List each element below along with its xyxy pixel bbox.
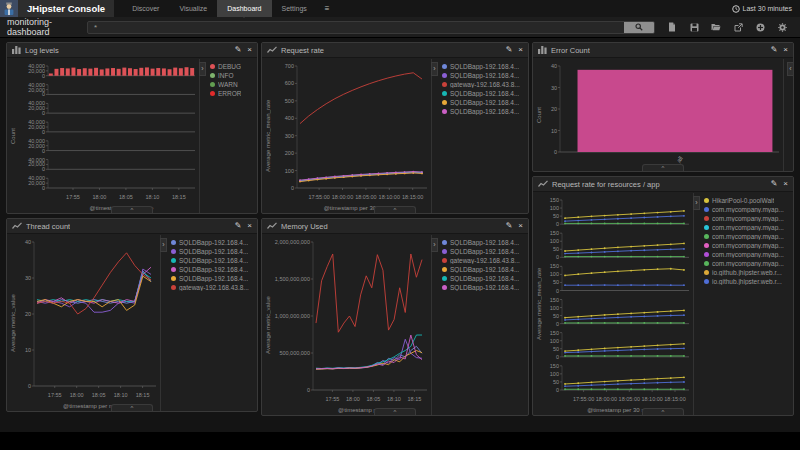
legend-color-dot: [442, 109, 447, 114]
edit-panel-icon[interactable]: ✎: [506, 222, 513, 230]
svg-text:150: 150: [550, 197, 559, 203]
svg-text:18:05:00: 18:05:00: [355, 194, 376, 200]
save-dashboard-icon[interactable]: [689, 22, 699, 32]
close-panel-icon[interactable]: ×: [247, 222, 252, 230]
legend-item[interactable]: com.mycompany.myap...: [704, 224, 791, 231]
legend-item[interactable]: DEBUG: [210, 63, 255, 70]
legend-item[interactable]: gateway-192.168.43.8...: [171, 284, 255, 291]
svg-text:100: 100: [550, 338, 559, 344]
legend-toggle-icon[interactable]: ›: [431, 238, 438, 252]
nav-visualize[interactable]: Visualize: [169, 0, 217, 17]
collapse-panel-button[interactable]: ^: [111, 206, 153, 213]
legend-item[interactable]: SQLDBapp-192.168.4...: [171, 239, 255, 246]
edit-panel-icon[interactable]: ✎: [771, 180, 778, 188]
legend-item[interactable]: SQLDBapp-192.168.4...: [171, 266, 255, 273]
legend-item[interactable]: io.github.jhipster.web.r...: [704, 269, 791, 276]
edit-panel-icon[interactable]: ✎: [235, 222, 242, 230]
search-button[interactable]: [624, 22, 654, 33]
share-icon[interactable]: [733, 22, 743, 32]
svg-text:20: 20: [551, 106, 557, 112]
svg-text:0: 0: [556, 254, 559, 260]
legend-item[interactable]: SQLDBapp-192.168.4...: [442, 239, 526, 246]
collapse-panel-button[interactable]: ^: [374, 206, 416, 213]
panel-header[interactable]: Thread count ✎×: [7, 219, 257, 234]
svg-text:150: 150: [550, 363, 559, 369]
legend-toggle-icon[interactable]: ›: [199, 62, 206, 76]
legend-label: SQLDBapp-192.168.4...: [450, 99, 519, 106]
menu-icon[interactable]: ≡: [317, 0, 338, 17]
legend-item[interactable]: SQLDBapp-192.168.4...: [442, 72, 526, 79]
panel-header[interactable]: Request rate ✎×: [262, 43, 528, 58]
legend-item[interactable]: com.mycompany.myap...: [704, 215, 791, 222]
query-input[interactable]: [88, 22, 624, 33]
time-picker[interactable]: Last 30 minutes: [732, 0, 800, 17]
close-panel-icon[interactable]: ×: [783, 46, 788, 54]
legend-color-dot: [442, 285, 447, 290]
nav-settings[interactable]: Settings: [272, 0, 317, 17]
legend-item[interactable]: SQLDBapp-192.168.4...: [171, 257, 255, 264]
legend-item[interactable]: SQLDBapp-192.168.4...: [171, 248, 255, 255]
legend-items: SQLDBapp-192.168.4...SQLDBapp-192.168.4.…: [161, 235, 257, 291]
close-panel-icon[interactable]: ×: [783, 180, 788, 188]
add-visualization-icon[interactable]: [755, 22, 765, 32]
legend-toggle-icon[interactable]: ‹: [787, 62, 793, 76]
close-panel-icon[interactable]: ×: [518, 222, 523, 230]
legend: › SQLDBapp-192.168.4...SQLDBapp-192.168.…: [431, 59, 528, 213]
new-dashboard-icon[interactable]: [667, 22, 677, 32]
panel-header[interactable]: Memory Used ✎×: [262, 219, 528, 234]
edit-panel-icon[interactable]: ✎: [506, 46, 513, 54]
legend-item[interactable]: SQLDBapp-192.168.4...: [442, 99, 526, 106]
nav-dashboard[interactable]: Dashboard: [217, 0, 271, 17]
legend-item[interactable]: gateway-192.168.43.8...: [442, 257, 526, 264]
open-folder-icon[interactable]: [711, 22, 721, 32]
legend-item[interactable]: com.mycompany.myap...: [704, 251, 791, 258]
options-gear-icon[interactable]: [777, 22, 787, 32]
legend-toggle-icon[interactable]: ›: [431, 62, 438, 76]
svg-text:0: 0: [42, 110, 45, 116]
legend-item[interactable]: SQLDBapp-192.168.4...: [442, 108, 526, 115]
legend-item[interactable]: SQLDBapp-192.168.4...: [171, 275, 255, 282]
edit-panel-icon[interactable]: ✎: [771, 46, 778, 54]
legend-toggle-icon[interactable]: ›: [693, 196, 700, 210]
svg-text:18:00: 18:00: [93, 194, 107, 200]
svg-text:0: 0: [554, 149, 557, 155]
panel-header[interactable]: Request rate for resources / app ✎×: [533, 177, 793, 192]
brand[interactable]: JHipster Console: [0, 0, 114, 17]
legend-item[interactable]: SQLDBapp-192.168.4...: [442, 90, 526, 97]
clock-icon: [732, 5, 740, 13]
legend-item[interactable]: SQLDBapp-192.168.4...: [442, 266, 526, 273]
collapse-panel-button[interactable]: ^: [111, 404, 153, 411]
legend-item[interactable]: SQLDBapp-192.168.4...: [442, 63, 526, 70]
edit-panel-icon[interactable]: ✎: [235, 46, 242, 54]
legend-toggle-icon[interactable]: ›: [160, 238, 167, 252]
legend-item[interactable]: HikariPool-0.poolWait: [704, 197, 791, 204]
legend-item[interactable]: io.github.jhipster.web.r...: [704, 278, 791, 285]
svg-text:700: 700: [285, 63, 294, 69]
legend-item[interactable]: com.mycompany.myap...: [704, 233, 791, 240]
svg-text:30: 30: [25, 275, 31, 281]
chart-request-rate-resources: 1501005001501005001501005001501005001501…: [544, 193, 693, 415]
legend-item[interactable]: com.mycompany.myap...: [704, 206, 791, 213]
legend-item[interactable]: SQLDBapp-192.168.4...: [442, 248, 526, 255]
legend-item[interactable]: com.mycompany.myap...: [704, 260, 791, 267]
legend-item[interactable]: gateway-192.168.43.8...: [442, 81, 526, 88]
svg-text:0: 0: [556, 288, 559, 294]
collapse-panel-button[interactable]: ^: [642, 164, 684, 171]
legend-item[interactable]: com.mycompany.myap...: [704, 242, 791, 249]
close-panel-icon[interactable]: ×: [247, 46, 252, 54]
legend-item[interactable]: ERROR: [210, 90, 255, 97]
y-axis-label: Count: [7, 59, 18, 213]
panel-header[interactable]: Error Count ✎×: [533, 43, 793, 58]
svg-text:18:05: 18:05: [119, 194, 133, 200]
legend-item[interactable]: WARN: [210, 81, 255, 88]
collapse-panel-button[interactable]: ^: [642, 408, 684, 415]
nav-discover[interactable]: Discover: [122, 0, 169, 17]
collapse-panel-button[interactable]: ^: [374, 408, 416, 415]
legend-color-dot: [704, 270, 709, 275]
legend-item[interactable]: INFO: [210, 72, 255, 79]
legend-item[interactable]: SQLDBapp-192.168.4...: [442, 284, 526, 291]
close-panel-icon[interactable]: ×: [518, 46, 523, 54]
legend-item[interactable]: SQLDBapp-192.168.4...: [442, 275, 526, 282]
legend-color-dot: [704, 243, 709, 248]
panel-header[interactable]: Log levels ✎×: [7, 43, 257, 58]
